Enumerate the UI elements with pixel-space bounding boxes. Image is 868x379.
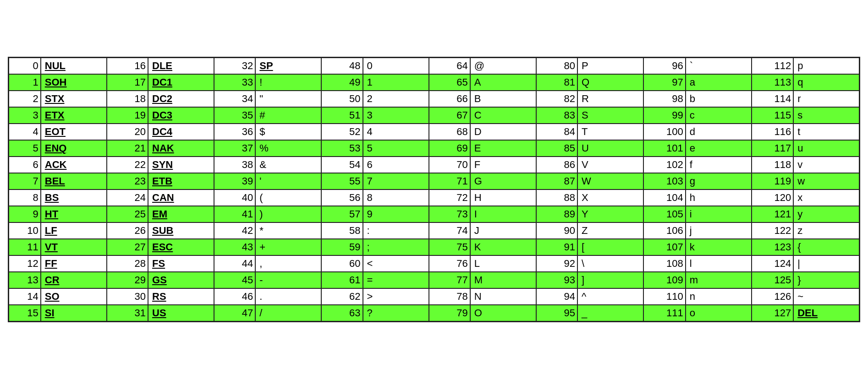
ascii-symbol: 4 [363, 124, 429, 140]
ascii-number: 102 [643, 157, 685, 173]
ascii-symbol: VT [41, 239, 107, 255]
table-row: 2STX18DC234"50266B82R98b114r [9, 91, 860, 107]
table-row: 5ENQ21NAK37%53569E85U101e117u [9, 140, 860, 157]
ascii-symbol: RS [148, 288, 214, 305]
ascii-symbol: l [686, 255, 752, 272]
ascii-number: 112 [752, 58, 793, 75]
ascii-symbol: N [470, 288, 536, 305]
ascii-symbol: . [255, 288, 321, 305]
ascii-number: 43 [214, 239, 255, 255]
table-row: 0NUL16DLE32SP48064@80P96`112p [9, 58, 860, 75]
ascii-number: 18 [107, 91, 148, 107]
ascii-number: 5 [9, 140, 41, 157]
table-row: 4EOT20DC436$52468D84T100d116t [9, 124, 860, 140]
ascii-symbol: k [686, 239, 752, 255]
table-row: 9HT25EM41)57973I89Y105i121y [9, 206, 860, 222]
ascii-number: 21 [107, 140, 148, 157]
ascii-symbol: j [686, 222, 752, 239]
ascii-number: 9 [9, 206, 41, 222]
ascii-symbol: / [255, 305, 321, 322]
ascii-number: 124 [752, 255, 793, 272]
ascii-number: 81 [536, 74, 577, 91]
ascii-number: 92 [536, 255, 577, 272]
ascii-number: 59 [321, 239, 363, 255]
ascii-number: 76 [429, 255, 470, 272]
ascii-number: 47 [214, 305, 255, 322]
table-row: 10LF26SUB42*58:74J90Z106j122z [9, 222, 860, 239]
ascii-symbol: % [255, 140, 321, 157]
ascii-number: 45 [214, 272, 255, 288]
ascii-symbol: 2 [363, 91, 429, 107]
ascii-number: 123 [752, 239, 793, 255]
ascii-symbol: w [793, 173, 859, 190]
ascii-number: 2 [9, 91, 41, 107]
ascii-symbol: FF [41, 255, 107, 272]
ascii-symbol: W [577, 173, 643, 190]
ascii-number: 19 [107, 107, 148, 124]
ascii-number: 89 [536, 206, 577, 222]
ascii-number: 86 [536, 157, 577, 173]
ascii-symbol: K [470, 239, 536, 255]
table-row: 14SO30RS46.62>78N94^110n126~ [9, 288, 860, 305]
ascii-symbol: f [686, 157, 752, 173]
ascii-symbol: C [470, 107, 536, 124]
ascii-symbol: E [470, 140, 536, 157]
ascii-symbol: CAN [148, 190, 214, 206]
ascii-symbol: SOH [41, 74, 107, 91]
ascii-number: 42 [214, 222, 255, 239]
ascii-number: 113 [752, 74, 793, 91]
ascii-symbol: ( [255, 190, 321, 206]
ascii-number: 8 [9, 190, 41, 206]
ascii-symbol: SUB [148, 222, 214, 239]
ascii-number: 58 [321, 222, 363, 239]
ascii-symbol: NUL [41, 58, 107, 75]
ascii-number: 66 [429, 91, 470, 107]
ascii-number: 11 [9, 239, 41, 255]
ascii-number: 35 [214, 107, 255, 124]
ascii-symbol: SYN [148, 157, 214, 173]
ascii-number: 25 [107, 206, 148, 222]
ascii-number: 34 [214, 91, 255, 107]
ascii-number: 44 [214, 255, 255, 272]
ascii-symbol: { [793, 239, 859, 255]
ascii-symbol: \ [577, 255, 643, 272]
ascii-number: 126 [752, 288, 793, 305]
ascii-number: 17 [107, 74, 148, 91]
ascii-number: 29 [107, 272, 148, 288]
ascii-symbol: [ [577, 239, 643, 255]
ascii-number: 41 [214, 206, 255, 222]
ascii-number: 93 [536, 272, 577, 288]
ascii-symbol: + [255, 239, 321, 255]
ascii-symbol: LF [41, 222, 107, 239]
ascii-number: 95 [536, 305, 577, 322]
ascii-symbol: ETX [41, 107, 107, 124]
ascii-number: 71 [429, 173, 470, 190]
ascii-symbol: g [686, 173, 752, 190]
ascii-number: 54 [321, 157, 363, 173]
ascii-symbol: i [686, 206, 752, 222]
ascii-number: 13 [9, 272, 41, 288]
ascii-symbol: BS [41, 190, 107, 206]
ascii-symbol: A [470, 74, 536, 91]
ascii-symbol: , [255, 255, 321, 272]
ascii-symbol: J [470, 222, 536, 239]
ascii-symbol: H [470, 190, 536, 206]
ascii-number: 26 [107, 222, 148, 239]
ascii-number: 38 [214, 157, 255, 173]
ascii-symbol: t [793, 124, 859, 140]
ascii-symbol: 9 [363, 206, 429, 222]
ascii-symbol: 8 [363, 190, 429, 206]
ascii-symbol: _ [577, 305, 643, 322]
ascii-symbol: n [686, 288, 752, 305]
ascii-symbol: } [793, 272, 859, 288]
table-row: 7BEL23ETB39'55771G87W103g119w [9, 173, 860, 190]
ascii-symbol: v [793, 157, 859, 173]
ascii-number: 53 [321, 140, 363, 157]
ascii-symbol: NAK [148, 140, 214, 157]
ascii-number: 57 [321, 206, 363, 222]
ascii-symbol: e [686, 140, 752, 157]
ascii-symbol: a [686, 74, 752, 91]
ascii-number: 84 [536, 124, 577, 140]
ascii-number: 118 [752, 157, 793, 173]
ascii-number: 52 [321, 124, 363, 140]
